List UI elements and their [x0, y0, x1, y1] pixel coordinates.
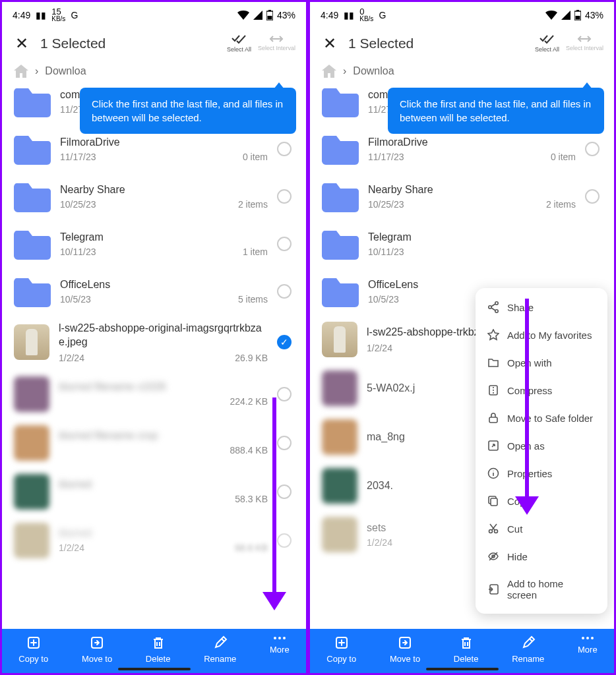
delete-button[interactable]: Delete [146, 635, 171, 664]
status-bar: 4:49 ▮▮ 15KB/s G 43% [2, 2, 306, 28]
home-icon[interactable] [14, 65, 28, 78]
svg-rect-9 [576, 10, 579, 11]
menu-copy[interactable]: Copy [476, 487, 607, 515]
folder-icon [14, 133, 51, 165]
image-thumbnail [322, 419, 357, 455]
annotation-arrow [515, 299, 539, 515]
status-kbs: 0KB/s [359, 7, 373, 22]
select-interval-button[interactable]: Select Interval [258, 35, 295, 53]
breadcrumb[interactable]: › Downloa [310, 59, 614, 78]
home-icon[interactable] [322, 65, 336, 78]
delete-button[interactable]: Delete [454, 635, 479, 664]
battery-percent: 43% [277, 10, 295, 20]
menu-share[interactable]: Share [476, 293, 607, 321]
google-icon: G [71, 10, 78, 20]
selection-radio[interactable]: ✓ [277, 335, 292, 349]
close-icon[interactable]: ✕ [15, 34, 28, 53]
status-time: 4:49 [321, 10, 338, 20]
breadcrumb-downloads[interactable]: Downloa [45, 65, 86, 77]
file-item[interactable]: blurred filename x1026224.2 KB [9, 370, 299, 419]
folder-icon [14, 276, 51, 307]
menu-add-home[interactable]: Add to home screen [476, 570, 607, 608]
wifi-icon [545, 11, 557, 20]
svg-rect-18 [491, 498, 497, 506]
copy-to-button[interactable]: Copy to [326, 635, 356, 664]
file-item[interactable]: l-sw225-abshoppe-original-imagsrgqrtrkbz… [9, 315, 299, 370]
select-all-button[interactable]: Select All [535, 35, 559, 53]
svg-point-7 [283, 637, 286, 639]
breadcrumb-downloads[interactable]: Downloa [353, 65, 394, 77]
select-interval-tooltip: Click the first and the last file, and a… [80, 88, 296, 134]
select-interval-button[interactable]: Select Interval [566, 35, 603, 53]
svg-point-25 [582, 637, 584, 639]
file-item[interactable]: blurred58.3 KB [9, 467, 299, 516]
copy-to-button[interactable]: Copy to [18, 635, 48, 664]
menu-favorites[interactable]: Add to My favorites [476, 321, 607, 349]
menu-cut[interactable]: Cut [476, 515, 607, 543]
folder-icon [14, 228, 51, 260]
folder-item[interactable]: Nearby Share10/25/232 items [9, 173, 299, 220]
image-thumbnail [14, 523, 49, 558]
status-kbs: 15KB/s [51, 7, 65, 22]
folder-item[interactable]: OfficeLens10/5/235 items [9, 268, 299, 315]
breadcrumb[interactable]: › Downloa [2, 59, 306, 78]
battery-percent: 43% [585, 10, 603, 20]
image-thumbnail [14, 474, 49, 510]
select-all-button[interactable]: Select All [227, 35, 251, 53]
svg-rect-10 [575, 16, 580, 20]
google-icon: G [379, 10, 386, 20]
svg-rect-2 [267, 16, 272, 20]
battery-icon [266, 10, 273, 20]
menu-open-as[interactable]: Open as [476, 432, 607, 459]
annotation-arrow [262, 397, 286, 610]
menu-properties[interactable]: Properties [476, 459, 607, 487]
folder-icon [14, 181, 51, 212]
signal-icon [561, 11, 570, 20]
signal-icon [253, 11, 262, 20]
battery-icon [574, 10, 581, 20]
folder-item[interactable]: Nearby Share10/25/232 items [317, 173, 607, 220]
status-time: 4:49 [13, 10, 30, 20]
select-interval-tooltip: Click the first and the last file, and a… [388, 88, 604, 134]
rename-button[interactable]: Rename [204, 635, 236, 664]
menu-safe-folder[interactable]: Move to Safe folder [476, 404, 607, 432]
menu-hide[interactable]: Hide [476, 543, 607, 570]
image-thumbnail [322, 322, 357, 357]
svg-point-19 [489, 530, 493, 533]
menu-open-with[interactable]: Open with [476, 349, 607, 376]
selection-radio[interactable] [277, 237, 292, 251]
image-thumbnail [14, 376, 49, 412]
close-icon[interactable]: ✕ [323, 34, 336, 53]
move-to-button[interactable]: Move to [82, 635, 112, 664]
folder-icon [322, 86, 359, 117]
move-to-button[interactable]: Move to [390, 635, 420, 664]
folder-item[interactable]: Telegram10/11/23 [317, 220, 607, 268]
folder-item[interactable]: Telegram10/11/231 item [9, 220, 299, 268]
phone-screen-right: 4:49 ▮▮ 0KB/s G 43% ✕ 1 Selected Select … [308, 0, 616, 675]
svg-point-27 [591, 637, 594, 639]
svg-rect-1 [268, 10, 271, 11]
wifi-icon [237, 11, 249, 20]
selection-radio[interactable] [585, 142, 600, 156]
nav-indicator [426, 668, 499, 670]
image-thumbnail [322, 468, 357, 504]
more-button[interactable]: More [578, 635, 598, 664]
svg-rect-15 [489, 417, 497, 423]
pause-icon: ▮▮ [344, 10, 354, 20]
file-item[interactable]: blurred1/2/2468.6 KB [9, 516, 299, 565]
folder-icon [322, 133, 359, 165]
image-thumbnail [322, 517, 357, 552]
svg-point-20 [495, 530, 498, 533]
selection-radio[interactable] [277, 189, 292, 204]
selection-header: ✕ 1 Selected Select All Select Interval [310, 28, 614, 59]
menu-compress[interactable]: Compress [476, 376, 607, 404]
file-item[interactable]: blurred filename crop888.4 KB [9, 419, 299, 467]
selection-radio[interactable] [277, 284, 292, 299]
rename-button[interactable]: Rename [512, 635, 544, 664]
more-context-menu: Share Add to My favorites Open with Comp… [476, 288, 607, 614]
selection-radio[interactable] [277, 142, 292, 156]
selection-radio[interactable] [585, 189, 600, 204]
more-button[interactable]: More [270, 635, 290, 664]
selection-count: 1 Selected [348, 36, 523, 51]
svg-point-5 [274, 637, 276, 639]
